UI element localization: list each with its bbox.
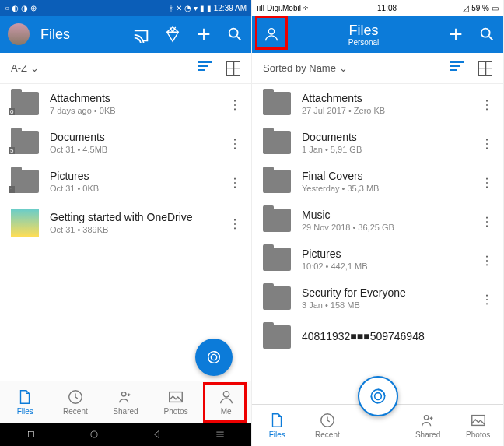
- list-item[interactable]: Documents1 Jan • 5,91 GB⋯: [252, 123, 503, 162]
- page-title: Files Personal: [291, 23, 436, 47]
- bluetooth-icon: ᚼ: [169, 4, 173, 12]
- folder-icon: [11, 131, 39, 154]
- list-item[interactable]: 40811932■■■509746948: [252, 318, 503, 356]
- cast-icon[interactable]: [133, 26, 150, 43]
- folder-icon: [263, 131, 291, 154]
- folder-icon: [263, 92, 291, 115]
- more-icon[interactable]: ⋯: [228, 176, 243, 187]
- tab-files[interactable]: Files: [252, 405, 303, 446]
- list-item[interactable]: DocumentsOct 31 • 4.5MB ⋯: [0, 123, 251, 162]
- tab-me[interactable]: Me: [201, 381, 251, 423]
- more-icon[interactable]: ⋯: [480, 293, 495, 304]
- svg-point-9: [268, 29, 274, 34]
- tab-recent[interactable]: Recent: [51, 381, 101, 423]
- alarm-icon: ◔: [184, 4, 191, 12]
- svg-point-15: [374, 393, 381, 400]
- list-item[interactable]: PicturesOct 31 • 0KB ⋯: [0, 162, 251, 201]
- tab-shared[interactable]: Shared: [403, 405, 453, 446]
- svg-point-8: [91, 431, 97, 437]
- tab-photos[interactable]: Photos: [151, 381, 201, 423]
- tab-files[interactable]: Files: [0, 381, 51, 423]
- sort-dropdown[interactable]: A-Z ⌄: [11, 62, 191, 74]
- app-header: Files Personal: [252, 16, 503, 53]
- clock-text: 11:08: [377, 4, 397, 12]
- file-list: Attachments7 days ago • 0KB ⋯ DocumentsO…: [0, 84, 251, 381]
- svg-point-0: [229, 29, 238, 37]
- more-icon[interactable]: ⋯: [480, 137, 495, 148]
- search-icon[interactable]: [226, 26, 243, 43]
- recent-apps-icon[interactable]: [26, 429, 37, 440]
- grid-view-icon[interactable]: [226, 61, 240, 76]
- list-item[interactable]: Attachments7 days ago • 0KB ⋯: [0, 84, 251, 123]
- more-icon[interactable]: ⋯: [228, 137, 243, 148]
- android-phone: ○ ◐ ◑ ⊕ ᚼ ✕ ◔ ▾ ▮ ▮ 12:39 AM Files A-Z ⌄: [0, 0, 252, 446]
- list-item[interactable]: Attachments27 Jul 2017 • Zero KB⋯: [252, 84, 503, 123]
- more-icon[interactable]: ⋯: [480, 98, 495, 109]
- scan-fab[interactable]: [358, 376, 398, 416]
- folder-icon: [263, 209, 291, 232]
- list-item[interactable]: Security for Everyone3 Jan • 158 MB⋯: [252, 279, 503, 318]
- avatar[interactable]: [8, 23, 30, 45]
- premium-icon[interactable]: [164, 26, 181, 43]
- back-icon[interactable]: [152, 429, 163, 440]
- tab-recent[interactable]: Recent: [303, 405, 353, 446]
- list-item[interactable]: Pictures10:02 • 442,1 MB⋯: [252, 240, 503, 279]
- notif-icon: ◑: [21, 4, 28, 12]
- chevron-down-icon: ⌄: [30, 62, 39, 74]
- tab-photos[interactable]: Photos: [453, 405, 503, 446]
- vibrate-icon: ✕: [176, 4, 182, 12]
- folder-icon: [263, 170, 291, 193]
- page-title: Files: [40, 26, 122, 43]
- tab-shared[interactable]: Shared: [100, 381, 151, 423]
- add-icon[interactable]: [447, 26, 464, 43]
- home-icon[interactable]: [89, 429, 100, 440]
- more-icon[interactable]: ⋯: [480, 215, 495, 226]
- more-icon[interactable]: ⋯: [480, 254, 495, 265]
- grid-view-icon[interactable]: [478, 61, 492, 76]
- more-icon[interactable]: ⋯: [228, 98, 243, 109]
- profile-icon[interactable]: [263, 26, 280, 43]
- notif-icon: ⊕: [30, 4, 37, 12]
- android-navbar: [0, 423, 251, 446]
- signal-icon: ▮: [200, 4, 205, 12]
- svg-rect-7: [29, 432, 34, 437]
- bottom-nav: Files Recent Shared Photos Me: [0, 381, 251, 423]
- battery-text: 59 %: [471, 4, 489, 12]
- scan-fab[interactable]: [195, 339, 233, 376]
- list-item[interactable]: Final CoversYesterday • 35,3 MB⋯: [252, 162, 503, 201]
- svg-point-6: [223, 392, 229, 397]
- ios-phone: ııll Digi.Mobil ᯤ 11:08 ◿ 59 % ▭ Files P…: [252, 0, 504, 446]
- svg-point-4: [122, 392, 127, 397]
- status-bar: ○ ◐ ◑ ⊕ ᚼ ✕ ◔ ▾ ▮ ▮ 12:39 AM: [0, 0, 251, 16]
- wifi-icon: ▾: [194, 4, 198, 12]
- search-icon[interactable]: [478, 26, 495, 43]
- sort-dropdown[interactable]: Sorted by Name ⌄: [263, 62, 443, 74]
- folder-icon: [263, 286, 291, 310]
- menu-icon[interactable]: [215, 429, 226, 440]
- more-icon[interactable]: ⋯: [480, 176, 495, 187]
- file-list: Attachments27 Jul 2017 • Zero KB⋯ Docume…: [252, 84, 503, 404]
- svg-point-2: [211, 354, 216, 360]
- sort-lines-icon[interactable]: [198, 61, 212, 76]
- svg-point-10: [481, 29, 490, 37]
- location-icon: ◿: [463, 4, 469, 12]
- notif-icon: ○: [5, 4, 9, 12]
- list-item[interactable]: Getting started with OneDriveOct 31 • 38…: [0, 201, 251, 244]
- file-thumbnail: [11, 209, 39, 237]
- svg-rect-5: [170, 392, 183, 402]
- list-item[interactable]: Music29 Nov 2018 • 36,25 GB⋯: [252, 201, 503, 240]
- sort-bar: A-Z ⌄: [0, 53, 251, 84]
- folder-icon: [263, 325, 291, 349]
- clock-text: 12:39 AM: [214, 4, 247, 12]
- more-icon[interactable]: ⋯: [228, 217, 243, 228]
- folder-icon: [11, 170, 39, 193]
- battery-icon: ▭: [492, 4, 499, 12]
- svg-rect-13: [471, 416, 485, 426]
- wifi-icon: ᯤ: [303, 4, 311, 12]
- add-icon[interactable]: [195, 26, 212, 43]
- carrier-text: Digi.Mobil: [267, 4, 301, 12]
- notif-icon: ◐: [12, 4, 19, 12]
- sort-lines-icon[interactable]: [450, 61, 464, 76]
- signal-icon: ııll: [257, 4, 264, 12]
- folder-icon: [11, 92, 39, 115]
